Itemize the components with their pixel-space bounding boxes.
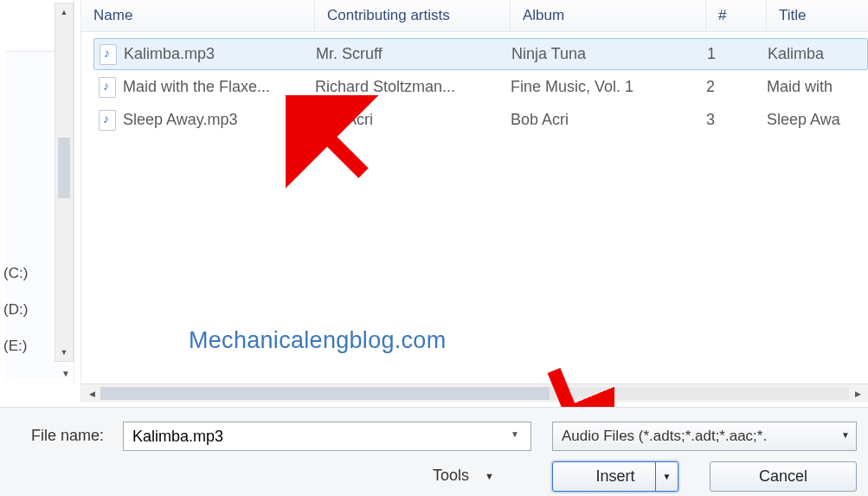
- file-filter-select[interactable]: Audio Files (*.adts;*.adt;*.aac;*.: [552, 422, 857, 451]
- cell-artist: Richard Stoltzman...: [315, 78, 511, 96]
- tools-menu[interactable]: Tools ▼: [433, 467, 494, 485]
- insert-button[interactable]: Insert ▼: [552, 461, 678, 492]
- watermark-text: Mechanicalengblog.com: [189, 327, 446, 354]
- cell-name: Kalimba.mp3: [124, 45, 215, 63]
- audio-file-icon: [100, 44, 117, 65]
- dialog-bottom-bar: File name: ▼ Audio Files (*.adts;*.adt;*…: [0, 407, 868, 496]
- cell-title: Maid with: [767, 78, 868, 96]
- nav-pane: ▲ ▼ (C:) (D:) (E:) ▼: [0, 0, 74, 383]
- scroll-down-icon[interactable]: ▼: [58, 346, 70, 358]
- table-row[interactable]: Sleep Away.mp3 Bob Acri Bob Acri 3 Sleep…: [93, 104, 868, 136]
- scroll-thumb[interactable]: [58, 138, 70, 198]
- file-filter-text: Audio Files (*.adts;*.adt;*.aac;*.: [562, 428, 767, 445]
- cancel-button[interactable]: Cancel: [710, 461, 857, 492]
- cell-title: Kalimba: [768, 45, 867, 63]
- collapse-icon[interactable]: ▼: [61, 369, 70, 378]
- insert-split-chevron-icon[interactable]: ▼: [655, 462, 678, 491]
- header-num[interactable]: #: [706, 0, 767, 31]
- table-row[interactable]: Maid with the Flaxe... Richard Stoltzman…: [93, 71, 868, 103]
- drive-e[interactable]: (E:): [3, 338, 27, 355]
- cancel-button-label: Cancel: [759, 467, 807, 486]
- audio-file-icon: [99, 110, 116, 131]
- cell-title: Sleep Awa: [767, 111, 868, 129]
- table-row[interactable]: Kalimba.mp3 Mr. Scruff Ninja Tuna 1 Kali…: [93, 38, 868, 70]
- drive-c[interactable]: (C:): [3, 265, 28, 282]
- hscroll-thumb[interactable]: [100, 387, 550, 400]
- scroll-right-icon[interactable]: ▶: [851, 387, 865, 400]
- cell-num: 1: [707, 45, 768, 63]
- nav-scrollbar[interactable]: ▲ ▼: [55, 3, 74, 362]
- scroll-left-icon[interactable]: ◀: [85, 387, 99, 400]
- horizontal-scrollbar[interactable]: ◀ ▶: [81, 383, 868, 403]
- filename-input[interactable]: [123, 422, 531, 451]
- audio-file-icon: [99, 77, 116, 98]
- cell-artist: Bob Acri: [315, 111, 511, 129]
- insert-button-label: Insert: [595, 467, 634, 486]
- header-title[interactable]: Title: [767, 0, 868, 31]
- cell-name: Maid with the Flaxe...: [123, 78, 270, 96]
- cell-num: 2: [706, 78, 767, 96]
- header-artist[interactable]: Contributing artists: [315, 0, 511, 31]
- chevron-down-icon: ▼: [485, 471, 494, 481]
- cell-album: Bob Acri: [511, 111, 706, 129]
- cell-name: Sleep Away.mp3: [123, 111, 237, 129]
- cell-album: Ninja Tuna: [511, 45, 707, 63]
- cell-num: 3: [706, 111, 767, 129]
- header-album[interactable]: Album: [511, 0, 706, 31]
- column-headers: Name Contributing artists Album # Title: [81, 0, 868, 32]
- drive-d[interactable]: (D:): [3, 301, 28, 319]
- header-name[interactable]: Name: [81, 0, 315, 31]
- hscroll-track[interactable]: [100, 387, 849, 400]
- scroll-up-icon[interactable]: ▲: [58, 6, 70, 18]
- filename-label: File name:: [31, 427, 104, 445]
- file-list-area: Name Contributing artists Album # Title …: [80, 0, 868, 403]
- cell-artist: Mr. Scruff: [316, 45, 511, 63]
- tools-label: Tools: [433, 467, 469, 485]
- cell-album: Fine Music, Vol. 1: [511, 78, 706, 96]
